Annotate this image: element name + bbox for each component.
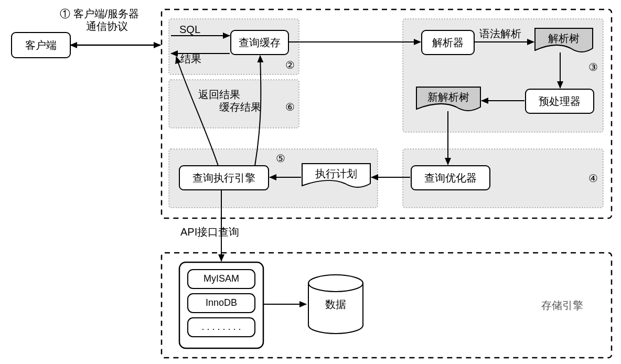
new-parse-tree-doc: 新解析树: [416, 88, 480, 106]
sql-label: SQL: [179, 23, 200, 36]
client-box: 客户端: [12, 33, 70, 58]
api-query-label: API接口查询: [180, 226, 239, 238]
engine-innodb: InnoDB: [188, 294, 255, 313]
query-cache-box: 查询缓存: [231, 30, 288, 55]
mark-4: ④: [588, 172, 598, 185]
parser-box: 解析器: [422, 30, 474, 55]
query-optimizer-box: 查询优化器: [411, 166, 490, 190]
step-1-line1: ① 客户端/服务器: [60, 7, 139, 20]
mark-2: ②: [285, 59, 295, 71]
mark-6: ⑥: [285, 101, 295, 113]
result-label: 结果: [180, 52, 201, 65]
preprocessor-box: 预处理器: [526, 89, 594, 113]
parse-tree-doc: 解析树: [535, 29, 593, 47]
exec-plan-doc: 执行计划: [302, 165, 370, 183]
mark-5: ⑤: [276, 152, 285, 165]
step-1-line2: 通信协议: [86, 20, 128, 33]
engine-ellipsis: . . . . . . . .: [188, 318, 255, 337]
data-cylinder-label: 数据: [308, 292, 363, 317]
return-result-label: 返回结果: [198, 88, 240, 101]
cache-result-label: 缓存结果: [219, 101, 261, 113]
engine-myisam: MyISAM: [188, 270, 255, 288]
query-exec-engine-box: 查询执行引擎: [179, 166, 269, 190]
mark-3: ③: [588, 61, 598, 73]
syntax-parsing-label: 语法解析: [479, 27, 521, 40]
storage-engine-label: 存储引擎: [541, 299, 583, 312]
